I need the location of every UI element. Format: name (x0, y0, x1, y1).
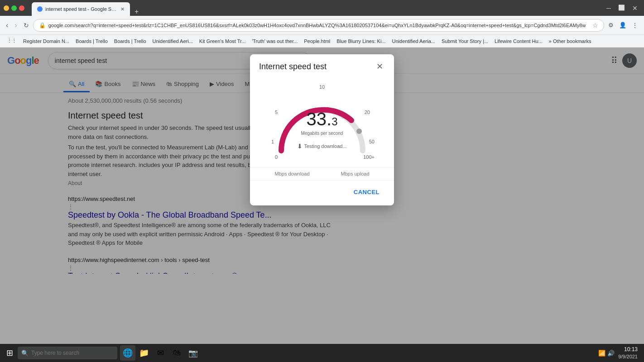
gauge-label-5: 5 (275, 110, 278, 115)
bookmark-other[interactable]: » Other bookmarks (546, 38, 595, 45)
tray-network-icon[interactable]: 📶 (598, 350, 606, 357)
extensions-icon[interactable]: ⚙ (606, 20, 616, 30)
download-status: ⬇ Testing download... (297, 143, 346, 150)
bookmark-submit-story[interactable]: Submit Your Story |... (438, 38, 491, 45)
gauge-label-1: 1 (271, 139, 274, 144)
mbps-row: Mbps download Mbps upload (250, 167, 394, 181)
tab-close-icon[interactable]: ✕ (120, 6, 125, 12)
close-window-icon[interactable]: ✕ (630, 4, 640, 13)
bookmark-boards-trello-2[interactable]: Boards | Trello (111, 38, 149, 45)
bookmark-blue-blurry[interactable]: Blue Blurry Lines: Ki... (333, 38, 389, 45)
browser-top-right: ─ ⬜ ✕ (604, 4, 640, 13)
gauge-label-100: 100+ (363, 154, 375, 160)
profile-icon[interactable]: 👤 (617, 20, 629, 30)
modal-header: Internet speed test ✕ (250, 54, 394, 76)
address-bar-row: ‹ › ↻ 🔒 ☆ ⚙ 👤 ⋮ (0, 16, 644, 35)
taskbar-store-icon[interactable]: 🛍 (169, 345, 184, 361)
reload-button[interactable]: ↻ (21, 20, 31, 31)
bookmark-lifewire[interactable]: Lifewire Content Hu... (491, 38, 546, 45)
browser-chrome: internet speed test - Google Sea... ✕ + … (0, 0, 644, 16)
tray-volume-icon[interactable]: 🔊 (607, 350, 615, 357)
apps-shortcut[interactable]: ⋮⋮ (4, 37, 20, 45)
start-button[interactable]: ⊞ (3, 346, 17, 360)
speed-decimal: 3 (332, 115, 337, 128)
taskbar-browser-icon[interactable]: 🌐 (120, 345, 135, 361)
tab-favicon (37, 6, 43, 12)
gauge-label-10: 10 (319, 84, 325, 90)
bookmarks-bar: ⋮⋮ Register Domain N... Boards | Trello … (0, 35, 644, 48)
speed-display: 33.3 (307, 110, 338, 128)
menu-icon[interactable]: ⋮ (630, 20, 640, 30)
address-bar[interactable]: 🔒 ☆ (33, 19, 604, 32)
modal-close-button[interactable]: ✕ (375, 62, 385, 71)
taskbar-search-input[interactable] (31, 350, 114, 356)
bookmark-star-icon[interactable]: ☆ (592, 22, 598, 29)
google-page: Google internet speed test ✕ 🎤 🔍 ⠿ U 🔍 A… (0, 48, 644, 344)
gauge-wrapper: 0 1 5 10 20 50 100+ 33.3 Megabits per se… (268, 81, 376, 164)
bookmark-unidentified-aerial-1[interactable]: Unidentified Aeri... (149, 38, 196, 45)
bookmark-people[interactable]: People.html (301, 38, 333, 45)
taskbar-search-box[interactable]: 🔍 (18, 347, 117, 359)
tab-bar: internet speed test - Google Sea... ✕ + (32, 0, 600, 16)
download-arrow-icon: ⬇ (297, 143, 303, 150)
bookmark-register-domain[interactable]: Register Domain N... (20, 38, 72, 45)
window-maximize[interactable] (11, 5, 17, 11)
mbps-download: Mbps download (274, 171, 309, 176)
clock-date: 9/9/2021 (618, 353, 638, 360)
taskbar: ⊞ 🔍 🌐 📁 ✉ 🛍 📷 📶 🔊 10:13 9/9/2021 (0, 344, 644, 362)
taskbar-app-1[interactable]: 📷 (185, 345, 201, 361)
modal-footer: CANCEL (250, 181, 394, 205)
testing-status-label: Testing download... (304, 143, 346, 149)
speed-value: 33.3 (307, 110, 338, 128)
lock-icon: 🔒 (39, 22, 46, 29)
gauge-label-20: 20 (365, 110, 370, 115)
bookmark-kit-green[interactable]: Kit Green's Most Tr... (196, 38, 249, 45)
system-tray-icons: 📶 🔊 (598, 350, 615, 357)
mbps-upload-label: Mbps upload (341, 171, 370, 176)
address-input[interactable] (48, 23, 590, 28)
mbps-download-label: Mbps download (274, 171, 309, 176)
clock: 10:13 9/9/2021 (618, 346, 638, 360)
restore-window-icon[interactable]: ⬜ (615, 4, 628, 13)
toolbar-icons: ⚙ 👤 ⋮ (606, 20, 640, 30)
taskbar-icons-area: 🌐 📁 ✉ 🛍 📷 (120, 345, 201, 361)
back-button[interactable]: ‹ (4, 19, 10, 31)
modal-title: Internet speed test (259, 62, 327, 71)
gauge-label-50: 50 (369, 139, 375, 144)
active-tab[interactable]: internet speed test - Google Sea... ✕ (32, 2, 130, 16)
taskbar-right: 📶 🔊 10:13 9/9/2021 (598, 346, 641, 360)
clock-time: 10:13 (618, 346, 638, 353)
bookmark-boards-trello-1[interactable]: Boards | Trello (72, 38, 111, 45)
modal-body: 0 1 5 10 20 50 100+ 33.3 Megabits per se… (250, 76, 394, 167)
modal-overlay: Internet speed test ✕ (0, 48, 644, 344)
bookmark-unidentified-aerial-2[interactable]: Unidentified Aeria... (389, 38, 438, 45)
window-controls (4, 5, 24, 11)
taskbar-mail-icon[interactable]: ✉ (153, 345, 168, 361)
bookmark-truth[interactable]: 'Truth' was out ther... (249, 38, 301, 45)
taskbar-explorer-icon[interactable]: 📁 (136, 345, 152, 361)
window-close[interactable] (19, 5, 24, 11)
cancel-button[interactable]: CANCEL (348, 185, 385, 199)
tab-title: internet speed test - Google Sea... (45, 6, 118, 12)
minimize-window-icon[interactable]: ─ (604, 4, 614, 13)
gauge-label-0: 0 (275, 154, 278, 160)
new-tab-button[interactable]: + (132, 8, 141, 16)
speed-test-modal: Internet speed test ✕ (250, 54, 394, 205)
forward-button[interactable]: › (12, 19, 19, 31)
speed-unit: Megabits per second (301, 131, 343, 136)
mbps-upload: Mbps upload (341, 171, 370, 176)
taskbar-search-icon: 🔍 (21, 350, 29, 357)
svg-point-0 (356, 129, 362, 134)
window-minimize[interactable] (4, 5, 9, 11)
